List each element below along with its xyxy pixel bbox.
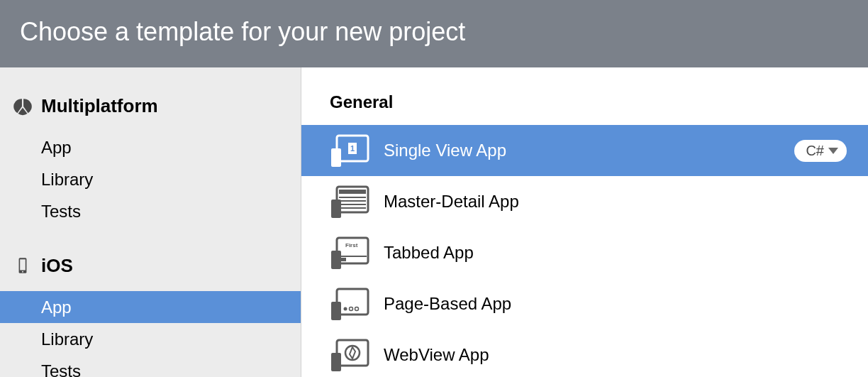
phone-icon bbox=[13, 256, 33, 275]
sidebar: Multiplatform App Library Tests iOS bbox=[0, 67, 301, 377]
content-area: Multiplatform App Library Tests iOS bbox=[0, 67, 868, 377]
svg-rect-17 bbox=[340, 258, 346, 261]
tabbed-app-icon: First bbox=[330, 235, 369, 271]
sidebar-item-label: Library bbox=[41, 329, 93, 349]
section-title: General bbox=[301, 92, 868, 125]
template-label: Master-Detail App bbox=[384, 192, 847, 212]
sidebar-category-ios[interactable]: iOS bbox=[0, 252, 301, 280]
svg-point-20 bbox=[344, 307, 347, 311]
template-webview-app[interactable]: WebView App bbox=[301, 329, 868, 377]
master-detail-app-icon bbox=[330, 184, 369, 219]
chevron-down-icon bbox=[828, 148, 838, 154]
template-single-view-app[interactable]: 1 Single View App C# bbox=[301, 125, 868, 176]
single-view-app-icon: 1 bbox=[330, 133, 369, 168]
sidebar-category-label: Multiplatform bbox=[41, 95, 158, 117]
dialog-header: Choose a template for your new project bbox=[0, 0, 868, 67]
sidebar-item-ios-tests[interactable]: Tests bbox=[0, 355, 301, 377]
page-based-app-icon bbox=[330, 286, 369, 322]
sidebar-item-ios-library[interactable]: Library bbox=[0, 323, 301, 355]
svg-point-22 bbox=[355, 307, 359, 311]
sidebar-item-ios-app[interactable]: App bbox=[0, 291, 301, 323]
template-page-based-app[interactable]: Page-Based App bbox=[301, 278, 868, 329]
main-panel: General 1 Single View App C# bbox=[301, 67, 868, 377]
template-master-detail-app[interactable]: Master-Detail App bbox=[301, 176, 868, 227]
language-label: C# bbox=[806, 143, 824, 159]
sidebar-item-label: Tests bbox=[41, 361, 81, 377]
svg-point-2 bbox=[22, 271, 23, 273]
sidebar-item-label: Tests bbox=[41, 202, 81, 221]
svg-rect-8 bbox=[339, 190, 366, 194]
template-label: WebView App bbox=[384, 345, 847, 365]
sidebar-item-multiplatform-app[interactable]: App bbox=[0, 131, 301, 163]
svg-text:1: 1 bbox=[350, 144, 355, 153]
template-label: Single View App bbox=[384, 141, 780, 160]
svg-rect-18 bbox=[331, 251, 341, 269]
sidebar-item-multiplatform-library[interactable]: Library bbox=[0, 163, 301, 195]
svg-rect-6 bbox=[331, 148, 341, 167]
svg-rect-26 bbox=[331, 353, 341, 371]
sidebar-item-label: App bbox=[41, 138, 72, 157]
template-label: Page-Based App bbox=[384, 294, 847, 314]
sidebar-category-label: iOS bbox=[41, 255, 73, 277]
template-label: Tabbed App bbox=[384, 243, 847, 263]
svg-rect-13 bbox=[331, 200, 341, 218]
svg-rect-1 bbox=[20, 259, 26, 270]
webview-app-icon bbox=[330, 337, 369, 373]
svg-text:First: First bbox=[345, 242, 358, 248]
sidebar-item-multiplatform-tests[interactable]: Tests bbox=[0, 195, 301, 227]
svg-rect-23 bbox=[331, 302, 341, 320]
template-tabbed-app[interactable]: First Tabbed App bbox=[301, 227, 868, 278]
svg-rect-19 bbox=[337, 289, 368, 315]
sidebar-item-label: App bbox=[41, 297, 72, 317]
svg-rect-24 bbox=[337, 340, 368, 366]
dialog-title: Choose a template for your new project bbox=[20, 17, 465, 47]
sidebar-category-multiplatform[interactable]: Multiplatform bbox=[0, 92, 301, 120]
svg-point-21 bbox=[350, 307, 353, 311]
pie-icon bbox=[13, 97, 33, 116]
sidebar-item-label: Library bbox=[41, 170, 93, 189]
language-selector[interactable]: C# bbox=[794, 140, 847, 162]
